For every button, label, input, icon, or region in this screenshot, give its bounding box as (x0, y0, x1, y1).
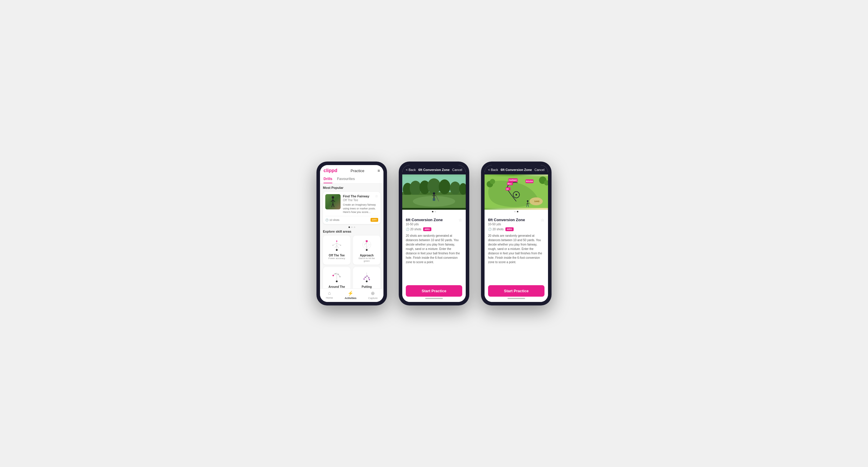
putting-skill-name: Putting (362, 285, 372, 289)
putting-skill-icon (359, 270, 375, 283)
phone2-header: < Back 6ft Conversion Zone Cancel (402, 165, 466, 174)
back-button-2[interactable]: < Back (406, 168, 416, 171)
svg-line-4 (332, 203, 333, 207)
golf-course-scene (402, 174, 466, 210)
skill-card-ott[interactable]: Off The Tee Power accuracy (323, 236, 350, 265)
detail-drill-name-3: 6ft Conversion Zone (488, 218, 525, 222)
svg-point-38 (428, 178, 441, 194)
svg-text:ROUGH: ROUGH (526, 180, 533, 182)
phone2-footer: Start Practice (402, 283, 466, 302)
svg-rect-49 (434, 198, 435, 201)
svg-text:SAND: SAND (534, 200, 539, 202)
detail-meta-3: 🕐 20 shots ARG (488, 227, 545, 231)
ott-icon-area (328, 238, 346, 253)
ott-skill-desc: Power accuracy (329, 257, 345, 260)
phone2-body: 6ft Conversion Zone ☆ 10-50 yds 🕐 20 sho… (402, 215, 466, 283)
svg-point-68 (527, 200, 528, 202)
skill-card-approach[interactable]: Approach Dial-in to hit the green (353, 236, 380, 265)
cancel-button-2[interactable]: Cancel (452, 168, 462, 171)
svg-point-44 (433, 192, 435, 194)
phone-3: < Back 6ft Conversion Zone Cancel SAND (481, 162, 552, 305)
phone-2: < Back 6ft Conversion Zone Cancel (399, 162, 469, 305)
clock-icon-3: 🕐 (488, 228, 492, 231)
drill-card-inner: Find The Fairway Off The Tee ☆ Create an… (325, 194, 378, 214)
detail-desc-2: 20 shots are randomly generated at dista… (406, 234, 462, 264)
nav-capture[interactable]: ⊕ Capture (368, 291, 378, 300)
clock-icon-2: 🕐 (406, 228, 409, 231)
svg-point-12 (340, 245, 341, 246)
ott-skill-name: Off The Tee (329, 254, 345, 257)
phone3-body: 6ft Conversion Zone ☆ 10-50 yds 🕐 20 sho… (485, 215, 548, 283)
detail-dot-2 (435, 211, 436, 212)
svg-line-20 (365, 243, 367, 245)
capture-icon: ⊕ (371, 291, 375, 296)
detail-meta-2: 🕐 20 shots ARG (406, 227, 462, 231)
atg-icon-area (328, 269, 346, 284)
hamburger-icon[interactable]: ≡ (378, 168, 380, 173)
favourite-icon[interactable]: ☆ (375, 194, 378, 198)
approach-icon-area (358, 238, 375, 253)
golfer-thumb-icon (330, 196, 336, 208)
detail-fav-icon-3[interactable]: ☆ (541, 218, 545, 222)
clock-icon: 🕐 (325, 219, 329, 222)
home-label: Home (326, 296, 333, 299)
drill-thumbnail (325, 194, 341, 209)
nav-home[interactable]: ⌂ Home (326, 291, 333, 300)
cancel-button-3[interactable]: Cancel (534, 168, 545, 171)
detail-shots-2: 🕐 20 shots (406, 228, 422, 231)
svg-line-3 (333, 200, 335, 202)
detail-dots-3 (485, 210, 548, 213)
svg-point-59 (490, 179, 495, 184)
phones-container: clippd Practice ≡ Drills Favourites Most… (316, 162, 552, 305)
ott-skill-icon (329, 239, 345, 252)
atg-skill-name: Around The Green (325, 285, 348, 289)
drill-name: Find The Fairway (343, 194, 369, 198)
skill-card-putting[interactable]: Putting Make and lag practice (353, 267, 380, 289)
svg-line-14 (337, 245, 339, 248)
most-popular-title: Most Popular (323, 186, 380, 190)
tab-favourites[interactable]: Favourites (337, 176, 355, 183)
svg-point-39 (439, 179, 451, 194)
activities-label: Activities (345, 297, 356, 300)
svg-point-67 (516, 194, 517, 195)
dot-1 (348, 227, 350, 228)
svg-line-8 (333, 243, 337, 245)
nav-activities[interactable]: ⚡ Activities (345, 291, 356, 300)
tab-drills[interactable]: Drills (323, 176, 332, 183)
detail-dot-1 (432, 211, 433, 212)
svg-point-27 (366, 280, 368, 282)
home-icon: ⌂ (328, 291, 331, 296)
svg-point-40 (450, 181, 460, 195)
svg-point-15 (366, 249, 368, 251)
approach-skill-name: Approach (360, 254, 374, 257)
nav-title: Practice (350, 169, 364, 173)
start-practice-button-2[interactable]: Start Practice (406, 285, 462, 297)
phone-3-inner: < Back 6ft Conversion Zone Cancel SAND (485, 165, 548, 302)
back-button-3[interactable]: < Back (488, 168, 498, 171)
svg-line-9 (337, 243, 341, 245)
golf-map-scene: SAND FAIRWAY ROUGH (485, 174, 548, 210)
drill-map-3: SAND FAIRWAY ROUGH (485, 174, 548, 210)
carousel-dots (323, 227, 380, 228)
drill-thumb-bg (325, 194, 341, 209)
putting-icon-area (358, 269, 375, 284)
phone-1-inner: clippd Practice ≡ Drills Favourites Most… (320, 165, 383, 302)
detail-dot-3-1 (514, 211, 516, 212)
phone3-header: < Back 6ft Conversion Zone Cancel (485, 165, 548, 174)
dot-2 (351, 227, 352, 228)
drill-shots: 🕐 10 shots (325, 219, 339, 222)
capture-label: Capture (368, 297, 378, 300)
drill-desc: Create an imaginary fairway using trees … (343, 203, 378, 214)
home-indicator-2 (425, 298, 443, 299)
detail-fav-icon-2[interactable]: ☆ (458, 218, 462, 222)
skill-card-atg[interactable]: Around The Green Hone your short game (323, 267, 350, 289)
svg-text:Miss: Miss (507, 183, 512, 185)
logo: clippd (323, 168, 337, 173)
svg-point-21 (336, 280, 338, 282)
phone-1: clippd Practice ≡ Drills Favourites Most… (316, 162, 387, 305)
featured-drill-card[interactable]: Find The Fairway Off The Tee ☆ Create an… (323, 192, 380, 224)
start-practice-button-3[interactable]: Start Practice (488, 285, 545, 297)
golf-map-bg: SAND FAIRWAY ROUGH (485, 174, 548, 210)
svg-line-13 (335, 245, 337, 248)
home-indicator-3 (507, 298, 525, 299)
